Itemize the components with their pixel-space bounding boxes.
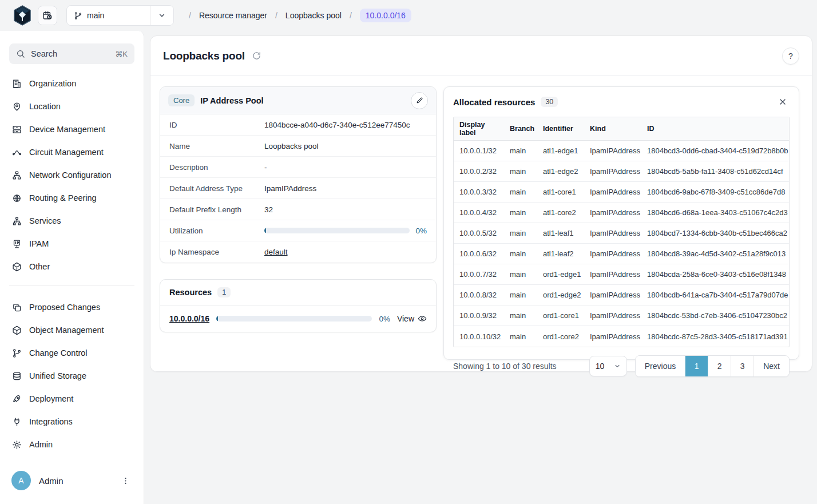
user-menu: A Admin bbox=[0, 462, 144, 504]
kebab-menu-icon bbox=[121, 477, 130, 485]
sidebar-item-label: Network Configuration bbox=[29, 170, 111, 180]
avatar[interactable]: A bbox=[11, 471, 31, 490]
sidebar-item-label: IPAM bbox=[29, 239, 49, 248]
resource-prefix-link[interactable]: 10.0.0.0/16 bbox=[169, 314, 209, 323]
plug-icon bbox=[11, 417, 22, 427]
sidebar-item-network-configuration[interactable]: Network Configuration bbox=[0, 164, 144, 186]
map-pin-icon bbox=[11, 102, 22, 112]
route-icon bbox=[11, 148, 22, 157]
resources-title: Resources bbox=[169, 288, 212, 297]
detail-row-utilization: Utilization 0% bbox=[160, 220, 436, 241]
page-button-3[interactable]: 3 bbox=[731, 356, 753, 376]
sidebar-item-device-management[interactable]: Device Management bbox=[0, 118, 144, 141]
cube-icon bbox=[11, 326, 22, 335]
table-row[interactable]: 10.0.0.7/32 main ord1-edge1 IpamIPAddres… bbox=[454, 264, 789, 285]
sidebar-item-services[interactable]: Services bbox=[0, 209, 144, 232]
search-shortcut: ⌘K bbox=[115, 50, 128, 58]
sidebar-item-object-management[interactable]: Object Management bbox=[0, 319, 144, 342]
breadcrumb-resource-manager[interactable]: Resource manager bbox=[199, 11, 267, 20]
sidebar-item-proposed-changes[interactable]: Proposed Changes bbox=[0, 296, 144, 319]
table-row[interactable]: 10.0.0.9/32 main ord1-core1 IpamIPAddres… bbox=[454, 305, 789, 326]
search-label: Search bbox=[31, 49, 57, 58]
user-name: Admin bbox=[39, 476, 64, 486]
page-button-2[interactable]: 2 bbox=[708, 356, 731, 376]
detail-card-header: Core IP Address Pool bbox=[160, 87, 436, 114]
branch-selector[interactable]: main bbox=[66, 5, 174, 26]
sidebar-secondary-nav: Proposed Changes Object Management Chang… bbox=[0, 296, 144, 456]
breadcrumb-loopbacks-pool[interactable]: Loopbacks pool bbox=[285, 11, 342, 20]
sidebar: Search ⌘K Organization Location Device M… bbox=[0, 31, 144, 504]
refresh-button[interactable] bbox=[252, 51, 261, 61]
sidebar-item-unified-storage[interactable]: Unified Storage bbox=[0, 364, 144, 387]
user-options-button[interactable] bbox=[119, 474, 132, 487]
pencil-icon bbox=[416, 97, 423, 104]
sidebar-item-label: Admin bbox=[29, 440, 53, 449]
sidebar-item-circuit-management[interactable]: Circuit Management bbox=[0, 141, 144, 164]
hierarchy-icon bbox=[11, 170, 22, 180]
page-size-select[interactable]: 10 bbox=[589, 356, 627, 376]
sidebar-item-label: Deployment bbox=[29, 394, 73, 403]
breadcrumb-separator: / bbox=[350, 11, 352, 20]
sidebar-item-ipam[interactable]: IPAM bbox=[0, 232, 144, 255]
sidebar-primary-nav: Organization Location Device Management … bbox=[0, 72, 144, 278]
breadcrumb-current-prefix[interactable]: 10.0.0.0/16 bbox=[360, 9, 411, 22]
sidebar-item-routing-peering[interactable]: Routing & Peering bbox=[0, 186, 144, 209]
object-type-label: IP Address Pool bbox=[200, 96, 263, 105]
cube-icon bbox=[11, 262, 22, 272]
sidebar-item-change-control[interactable]: Change Control bbox=[0, 342, 144, 364]
sidebar-item-other[interactable]: Other bbox=[0, 255, 144, 278]
table-row[interactable]: 10.0.0.4/32 main atl1-core2 IpamIPAddres… bbox=[454, 203, 789, 223]
allocated-title: Allocated resources bbox=[453, 97, 535, 107]
sidebar-item-label: Other bbox=[29, 262, 50, 271]
time-travel-button[interactable] bbox=[38, 6, 57, 25]
help-button[interactable]: ? bbox=[782, 47, 799, 65]
refresh-icon bbox=[252, 51, 261, 61]
detail-row-default-prefix-length: Default Prefix Length 32 bbox=[160, 199, 436, 220]
main-panel: Loopbacks pool ? Core IP Address Pool ID… bbox=[150, 35, 812, 372]
sidebar-item-admin[interactable]: Admin bbox=[0, 433, 144, 456]
eye-icon bbox=[418, 314, 427, 323]
table-row[interactable]: 10.0.0.10/32 main ord1-core2 IpamIPAddre… bbox=[454, 326, 789, 347]
detail-row-ip-namespace: Ip Namespace default bbox=[160, 241, 436, 263]
page-button-1[interactable]: 1 bbox=[685, 356, 708, 376]
pagination-summary: Showing 1 to 10 of 30 results bbox=[453, 362, 557, 371]
breadcrumb-separator: / bbox=[275, 11, 277, 20]
branch-dropdown-toggle[interactable] bbox=[150, 11, 173, 19]
chevron-down-icon bbox=[614, 363, 621, 370]
table-row[interactable]: 10.0.0.3/32 main atl1-core1 IpamIPAddres… bbox=[454, 182, 789, 203]
table-row[interactable]: 10.0.0.8/32 main ord1-edge2 IpamIPAddres… bbox=[454, 285, 789, 305]
sidebar-item-location[interactable]: Location bbox=[0, 95, 144, 118]
panel-header: Loopbacks pool ? bbox=[150, 36, 812, 76]
next-page-button[interactable]: Next bbox=[753, 356, 789, 376]
server-icon bbox=[11, 125, 22, 134]
gear-icon bbox=[11, 440, 22, 450]
breadcrumb: / Resource manager / Loopbacks pool / 10… bbox=[189, 9, 411, 22]
rocket-icon bbox=[11, 394, 22, 404]
branch-name: main bbox=[87, 11, 104, 20]
sidebar-item-label: Circuit Management bbox=[29, 148, 104, 157]
sidebar-item-integrations[interactable]: Integrations bbox=[0, 410, 144, 433]
search-icon bbox=[16, 49, 25, 58]
building-icon bbox=[11, 79, 22, 89]
infrahub-logo[interactable] bbox=[13, 5, 32, 26]
ip-namespace-link[interactable]: default bbox=[264, 248, 288, 256]
table-row[interactable]: 10.0.0.1/32 main atl1-edge1 IpamIPAddres… bbox=[454, 141, 789, 161]
sidebar-item-organization[interactable]: Organization bbox=[0, 72, 144, 95]
table-row[interactable]: 10.0.0.6/32 main atl1-leaf2 IpamIPAddres… bbox=[454, 244, 789, 264]
ip-icon bbox=[11, 239, 22, 249]
sidebar-item-label: Device Management bbox=[29, 125, 105, 134]
table-row[interactable]: 10.0.0.5/32 main atl1-leaf1 IpamIPAddres… bbox=[454, 223, 789, 244]
sidebar-item-label: Organization bbox=[29, 79, 76, 88]
git-branch-icon bbox=[74, 11, 82, 20]
sidebar-item-deployment[interactable]: Deployment bbox=[0, 387, 144, 410]
pagination-buttons: Previous 1 2 3 Next bbox=[635, 355, 790, 377]
allocated-resources-panel: Allocated resources 30 Display label Bra… bbox=[443, 86, 799, 360]
search-input[interactable]: Search ⌘K bbox=[9, 43, 134, 64]
view-button[interactable]: View bbox=[397, 314, 427, 323]
sidebar-item-label: Routing & Peering bbox=[29, 193, 97, 203]
resource-row: 10.0.0.0/16 0% View bbox=[160, 305, 436, 332]
previous-page-button[interactable]: Previous bbox=[636, 356, 685, 376]
table-row[interactable]: 10.0.0.2/32 main atl1-edge2 IpamIPAddres… bbox=[454, 161, 789, 182]
edit-button[interactable] bbox=[411, 92, 428, 109]
close-button[interactable] bbox=[776, 95, 790, 109]
